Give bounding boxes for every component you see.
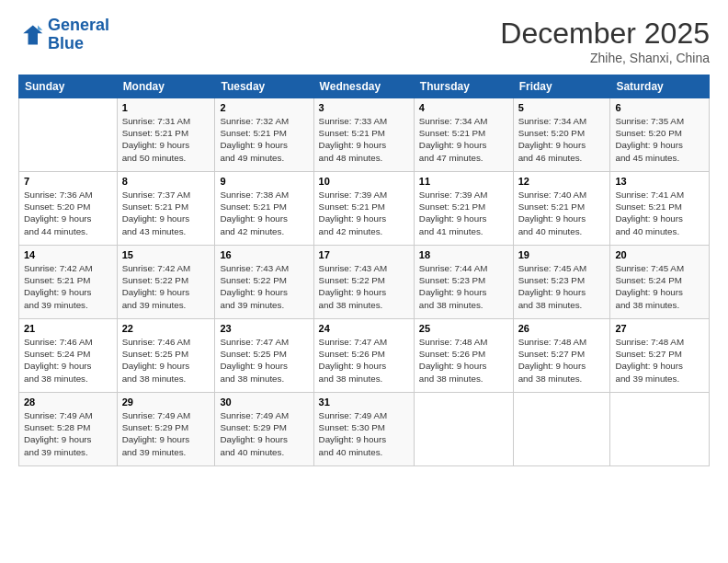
day-info: Sunrise: 7:48 AM Sunset: 5:27 PM Dayligh… <box>518 336 606 385</box>
day-cell: 14Sunrise: 7:42 AM Sunset: 5:21 PM Dayli… <box>19 246 118 319</box>
calendar-table: SundayMondayTuesdayWednesdayThursdayFrid… <box>18 75 710 466</box>
logo-text: General Blue <box>48 17 109 53</box>
day-number: 13 <box>615 176 704 187</box>
day-info: Sunrise: 7:32 AM Sunset: 5:21 PM Dayligh… <box>220 115 308 164</box>
day-info: Sunrise: 7:34 AM Sunset: 5:21 PM Dayligh… <box>419 115 508 164</box>
day-info: Sunrise: 7:45 AM Sunset: 5:24 PM Dayligh… <box>615 262 704 311</box>
day-number: 25 <box>419 323 508 334</box>
day-info: Sunrise: 7:44 AM Sunset: 5:23 PM Dayligh… <box>419 262 508 311</box>
week-row-3: 14Sunrise: 7:42 AM Sunset: 5:21 PM Dayli… <box>19 246 710 319</box>
header-cell-wednesday: Wednesday <box>313 75 414 98</box>
day-number: 3 <box>319 102 409 113</box>
day-number: 30 <box>220 396 308 408</box>
day-info: Sunrise: 7:38 AM Sunset: 5:21 PM Dayligh… <box>220 189 308 237</box>
week-row-5: 28Sunrise: 7:49 AM Sunset: 5:28 PM Dayli… <box>19 393 710 466</box>
day-cell: 22Sunrise: 7:46 AM Sunset: 5:25 PM Dayli… <box>117 319 215 393</box>
day-number: 27 <box>615 323 704 334</box>
day-number: 11 <box>419 176 508 187</box>
calendar-header-row: SundayMondayTuesdayWednesdayThursdayFrid… <box>19 75 710 98</box>
month-title: December 2025 <box>500 17 710 51</box>
day-cell: 25Sunrise: 7:48 AM Sunset: 5:26 PM Dayli… <box>414 319 513 393</box>
day-info: Sunrise: 7:49 AM Sunset: 5:29 PM Dayligh… <box>122 409 210 458</box>
day-cell: 17Sunrise: 7:43 AM Sunset: 5:22 PM Dayli… <box>313 246 414 319</box>
day-info: Sunrise: 7:43 AM Sunset: 5:22 PM Dayligh… <box>220 262 308 311</box>
day-info: Sunrise: 7:39 AM Sunset: 5:21 PM Dayligh… <box>319 189 409 237</box>
day-number: 4 <box>419 102 508 113</box>
day-cell: 24Sunrise: 7:47 AM Sunset: 5:26 PM Dayli… <box>313 319 414 393</box>
week-row-4: 21Sunrise: 7:46 AM Sunset: 5:24 PM Dayli… <box>19 319 710 393</box>
day-info: Sunrise: 7:37 AM Sunset: 5:21 PM Dayligh… <box>122 189 210 237</box>
logo-line2: Blue <box>48 34 84 52</box>
day-info: Sunrise: 7:42 AM Sunset: 5:21 PM Dayligh… <box>24 262 112 311</box>
day-number: 15 <box>122 249 210 260</box>
day-info: Sunrise: 7:35 AM Sunset: 5:20 PM Dayligh… <box>615 115 704 164</box>
day-cell: 2Sunrise: 7:32 AM Sunset: 5:21 PM Daylig… <box>215 98 313 172</box>
day-number: 14 <box>24 249 112 260</box>
day-number: 23 <box>220 323 308 334</box>
title-block: December 2025 Zhihe, Shanxi, China <box>500 17 710 65</box>
day-cell: 4Sunrise: 7:34 AM Sunset: 5:21 PM Daylig… <box>414 98 513 172</box>
day-number: 17 <box>319 249 409 260</box>
week-row-1: 1Sunrise: 7:31 AM Sunset: 5:21 PM Daylig… <box>19 98 710 172</box>
day-cell: 6Sunrise: 7:35 AM Sunset: 5:20 PM Daylig… <box>610 98 710 172</box>
day-info: Sunrise: 7:42 AM Sunset: 5:22 PM Dayligh… <box>122 262 210 311</box>
week-row-2: 7Sunrise: 7:36 AM Sunset: 5:20 PM Daylig… <box>19 172 710 246</box>
day-cell: 1Sunrise: 7:31 AM Sunset: 5:21 PM Daylig… <box>117 98 215 172</box>
day-number: 19 <box>518 249 606 260</box>
day-cell: 15Sunrise: 7:42 AM Sunset: 5:22 PM Dayli… <box>117 246 215 319</box>
day-cell: 23Sunrise: 7:47 AM Sunset: 5:25 PM Dayli… <box>215 319 313 393</box>
day-info: Sunrise: 7:45 AM Sunset: 5:23 PM Dayligh… <box>518 262 606 311</box>
page: General Blue December 2025 Zhihe, Shanxi… <box>0 0 728 563</box>
day-info: Sunrise: 7:49 AM Sunset: 5:30 PM Dayligh… <box>319 409 409 458</box>
header-cell-thursday: Thursday <box>414 75 513 98</box>
day-number: 10 <box>319 176 409 187</box>
day-number: 16 <box>220 249 308 260</box>
logo-icon <box>18 22 44 48</box>
day-number: 5 <box>518 102 606 113</box>
day-cell <box>610 393 710 466</box>
day-cell: 9Sunrise: 7:38 AM Sunset: 5:21 PM Daylig… <box>215 172 313 246</box>
day-number: 28 <box>24 396 112 408</box>
day-cell: 30Sunrise: 7:49 AM Sunset: 5:29 PM Dayli… <box>215 393 313 466</box>
day-number: 1 <box>122 102 210 113</box>
day-number: 22 <box>122 323 210 334</box>
day-cell: 7Sunrise: 7:36 AM Sunset: 5:20 PM Daylig… <box>19 172 118 246</box>
location: Zhihe, Shanxi, China <box>500 51 710 65</box>
day-info: Sunrise: 7:47 AM Sunset: 5:26 PM Dayligh… <box>319 336 409 385</box>
day-number: 8 <box>122 176 210 187</box>
day-cell: 5Sunrise: 7:34 AM Sunset: 5:20 PM Daylig… <box>513 98 610 172</box>
day-info: Sunrise: 7:39 AM Sunset: 5:21 PM Dayligh… <box>419 189 508 237</box>
header-cell-friday: Friday <box>513 75 610 98</box>
day-cell: 20Sunrise: 7:45 AM Sunset: 5:24 PM Dayli… <box>610 246 710 319</box>
header: General Blue December 2025 Zhihe, Shanxi… <box>18 17 710 65</box>
day-cell: 10Sunrise: 7:39 AM Sunset: 5:21 PM Dayli… <box>313 172 414 246</box>
day-cell <box>513 393 610 466</box>
day-cell: 27Sunrise: 7:48 AM Sunset: 5:27 PM Dayli… <box>610 319 710 393</box>
day-info: Sunrise: 7:48 AM Sunset: 5:26 PM Dayligh… <box>419 336 508 385</box>
day-cell: 31Sunrise: 7:49 AM Sunset: 5:30 PM Dayli… <box>313 393 414 466</box>
day-info: Sunrise: 7:46 AM Sunset: 5:25 PM Dayligh… <box>122 336 210 385</box>
day-cell: 18Sunrise: 7:44 AM Sunset: 5:23 PM Dayli… <box>414 246 513 319</box>
day-cell: 8Sunrise: 7:37 AM Sunset: 5:21 PM Daylig… <box>117 172 215 246</box>
day-cell: 3Sunrise: 7:33 AM Sunset: 5:21 PM Daylig… <box>313 98 414 172</box>
day-cell: 21Sunrise: 7:46 AM Sunset: 5:24 PM Dayli… <box>19 319 118 393</box>
header-cell-saturday: Saturday <box>610 75 710 98</box>
day-info: Sunrise: 7:33 AM Sunset: 5:21 PM Dayligh… <box>319 115 409 164</box>
day-info: Sunrise: 7:46 AM Sunset: 5:24 PM Dayligh… <box>24 336 112 385</box>
day-cell: 28Sunrise: 7:49 AM Sunset: 5:28 PM Dayli… <box>19 393 118 466</box>
day-info: Sunrise: 7:31 AM Sunset: 5:21 PM Dayligh… <box>122 115 210 164</box>
header-cell-monday: Monday <box>117 75 215 98</box>
day-cell: 13Sunrise: 7:41 AM Sunset: 5:21 PM Dayli… <box>610 172 710 246</box>
day-cell: 26Sunrise: 7:48 AM Sunset: 5:27 PM Dayli… <box>513 319 610 393</box>
day-cell <box>19 98 118 172</box>
day-info: Sunrise: 7:43 AM Sunset: 5:22 PM Dayligh… <box>319 262 409 311</box>
day-number: 20 <box>615 249 704 260</box>
day-number: 21 <box>24 323 112 334</box>
day-cell: 16Sunrise: 7:43 AM Sunset: 5:22 PM Dayli… <box>215 246 313 319</box>
logo: General Blue <box>18 17 109 53</box>
day-info: Sunrise: 7:41 AM Sunset: 5:21 PM Dayligh… <box>615 189 704 237</box>
day-info: Sunrise: 7:48 AM Sunset: 5:27 PM Dayligh… <box>615 336 704 385</box>
day-number: 31 <box>319 396 409 408</box>
day-number: 9 <box>220 176 308 187</box>
day-cell: 11Sunrise: 7:39 AM Sunset: 5:21 PM Dayli… <box>414 172 513 246</box>
